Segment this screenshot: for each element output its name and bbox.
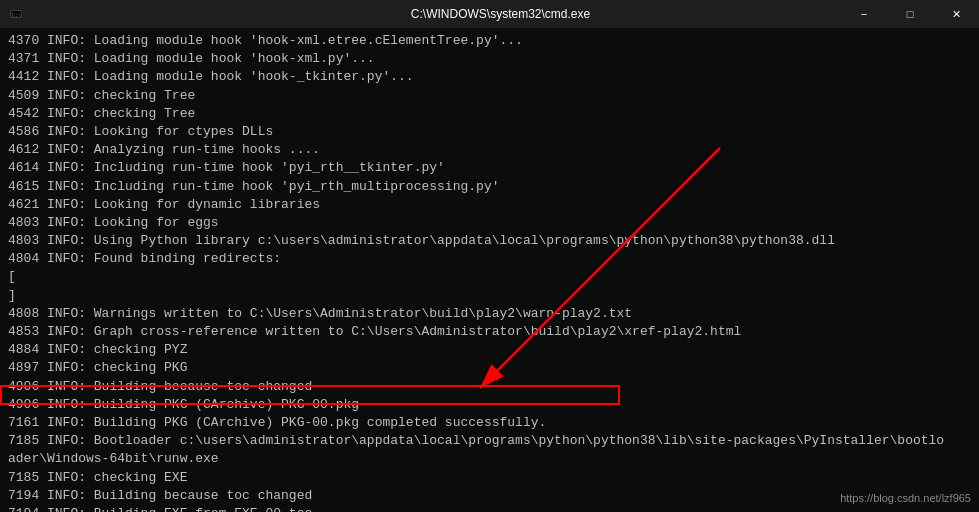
minimize-button[interactable]: − <box>841 0 887 28</box>
terminal-line: 4803 INFO: Looking for eggs <box>8 214 971 232</box>
terminal-line: 4897 INFO: checking PKG <box>8 359 971 377</box>
terminal-body: 4370 INFO: Loading module hook 'hook-xml… <box>0 28 979 512</box>
terminal-line: 4621 INFO: Looking for dynamic libraries <box>8 196 971 214</box>
terminal-line: 7194 INFO: Building EXE from EXE-00.toc <box>8 505 971 512</box>
terminal-line: 7185 INFO: Bootloader c:\users\administr… <box>8 432 971 450</box>
terminal-line: 7194 INFO: Building because toc changed <box>8 487 971 505</box>
watermark: https://blog.csdn.net/lzf965 <box>840 492 971 504</box>
maximize-button[interactable]: □ <box>887 0 933 28</box>
terminal-line: 4804 INFO: Found binding redirects: <box>8 250 971 268</box>
terminal-line: 4412 INFO: Loading module hook 'hook-_tk… <box>8 68 971 86</box>
terminal-line: 4906 INFO: Building PKG (CArchive) PKG-0… <box>8 396 971 414</box>
terminal-output: 4370 INFO: Loading module hook 'hook-xml… <box>8 32 971 512</box>
terminal-line: 4906 INFO: Building because toc changed <box>8 378 971 396</box>
terminal-line: 4509 INFO: checking Tree <box>8 87 971 105</box>
terminal-line: 4612 INFO: Analyzing run-time hooks .... <box>8 141 971 159</box>
terminal-line: 4370 INFO: Loading module hook 'hook-xml… <box>8 32 971 50</box>
terminal-line: 7185 INFO: checking EXE <box>8 469 971 487</box>
title-bar: C:\ C:\WINDOWS\system32\cmd.exe − □ ✕ <box>0 0 979 28</box>
terminal-line: [ <box>8 268 971 286</box>
terminal-line: ader\Windows-64bit\runw.exe <box>8 450 971 468</box>
terminal-line: 4884 INFO: checking PYZ <box>8 341 971 359</box>
terminal-line: 4586 INFO: Looking for ctypes DLLs <box>8 123 971 141</box>
terminal-line: ] <box>8 287 971 305</box>
title-bar-controls: − □ ✕ <box>841 0 979 28</box>
terminal-line: 4542 INFO: checking Tree <box>8 105 971 123</box>
svg-text:C:\: C:\ <box>12 13 21 19</box>
close-button[interactable]: ✕ <box>933 0 979 28</box>
terminal-line: 4371 INFO: Loading module hook 'hook-xml… <box>8 50 971 68</box>
terminal-line: 4808 INFO: Warnings written to C:\Users\… <box>8 305 971 323</box>
title-bar-title: C:\WINDOWS\system32\cmd.exe <box>30 7 971 21</box>
terminal-line: 7161 INFO: Building PKG (CArchive) PKG-0… <box>8 414 971 432</box>
terminal-line: 4803 INFO: Using Python library c:\users… <box>8 232 971 250</box>
cmd-icon: C:\ <box>8 6 24 22</box>
terminal-line: 4853 INFO: Graph cross-reference written… <box>8 323 971 341</box>
terminal-line: 4614 INFO: Including run-time hook 'pyi_… <box>8 159 971 177</box>
terminal-line: 4615 INFO: Including run-time hook 'pyi_… <box>8 178 971 196</box>
